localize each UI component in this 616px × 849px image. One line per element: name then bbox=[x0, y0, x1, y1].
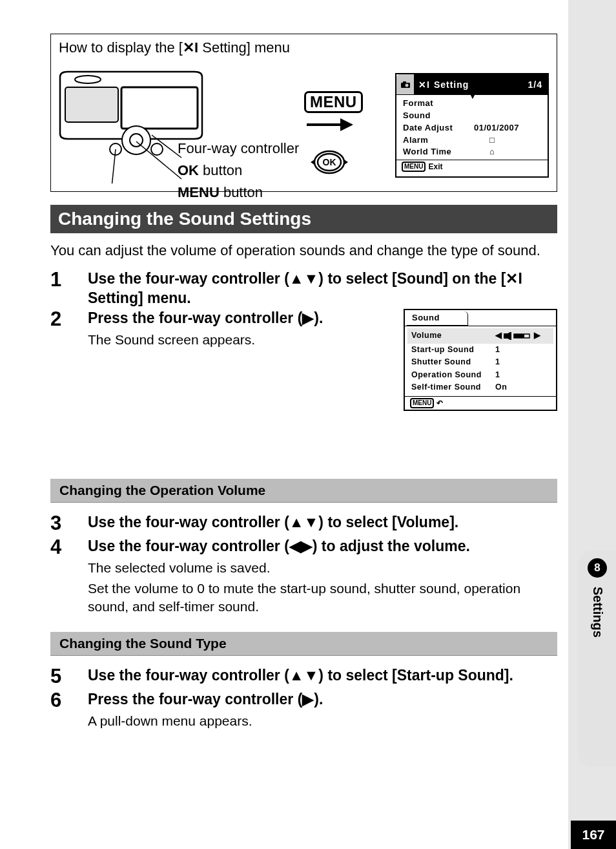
label-menu-b: button bbox=[220, 184, 263, 200]
side-label: Settings bbox=[590, 587, 605, 638]
down-triangle-icon: ▼ bbox=[469, 92, 477, 101]
label-fourway: Four-way controller bbox=[178, 140, 299, 157]
menu-badge-small: MENU bbox=[410, 398, 434, 408]
camera-tab-icon bbox=[396, 74, 415, 94]
svg-rect-19 bbox=[403, 81, 406, 83]
step-number: 4 bbox=[50, 537, 88, 557]
setting-tab: ✕I Setting 1/4 bbox=[415, 74, 548, 94]
exit-label: Exit bbox=[428, 162, 442, 171]
step-number: 3 bbox=[50, 513, 88, 533]
chapter-number: 8 bbox=[588, 558, 607, 578]
svg-rect-1 bbox=[65, 87, 118, 122]
step-title: Press the four-way controller (▶). bbox=[88, 690, 557, 709]
step-5: 5 Use the four-way controller (▲▼) to se… bbox=[50, 666, 557, 686]
setting-row: Alarm□ bbox=[403, 134, 541, 147]
sound-row-volume: Volume ◀ ▶ bbox=[407, 328, 553, 343]
arrow-icon bbox=[305, 116, 356, 134]
setting-tab-label: Setting bbox=[434, 79, 469, 90]
sound-tab: Sound bbox=[407, 311, 468, 326]
svg-rect-21 bbox=[504, 333, 508, 339]
back-icon: ↶ bbox=[436, 399, 443, 408]
setting-tool-icon: ✕I bbox=[506, 270, 522, 287]
intro-graphics: Four-way controller OK button MENU butto… bbox=[59, 59, 549, 185]
step-sub: Set the volume to 0 to mute the start-up… bbox=[88, 580, 557, 616]
step-6: 6 Press the four-way controller (▶). A p… bbox=[50, 690, 557, 730]
step-1: 1 Use the four-way controller (▲▼) to se… bbox=[50, 269, 557, 308]
label-ok-bold: OK bbox=[178, 162, 199, 178]
svg-text:OK: OK bbox=[323, 157, 336, 167]
page-number: 167 bbox=[571, 821, 616, 849]
intro-paragraph: You can adjust the volume of operation s… bbox=[50, 241, 557, 260]
step-title: Use the four-way controller (▲▼) to sele… bbox=[88, 513, 557, 532]
svg-rect-2 bbox=[121, 87, 198, 129]
setting-footer: MENU Exit bbox=[396, 160, 548, 173]
ok-button-icon: OK bbox=[309, 148, 349, 176]
label-menu: MENU button bbox=[178, 184, 263, 201]
step-4: 4 Use the four-way controller (◀▶) to ad… bbox=[50, 537, 557, 616]
step-sub: A pull-down menu appears. bbox=[88, 712, 557, 730]
sub-heading: Changing the Sound Type bbox=[50, 632, 557, 656]
sound-row: Start-up Sound1 bbox=[411, 344, 549, 356]
sound-row: Operation Sound1 bbox=[411, 369, 549, 381]
step-title: Use the four-way controller (◀▶) to adju… bbox=[88, 537, 557, 556]
setting-tool-icon-small: ✕I bbox=[418, 79, 430, 90]
sub-heading: Changing the Operation Volume bbox=[50, 479, 557, 503]
svg-rect-23 bbox=[514, 334, 524, 338]
svg-marker-16 bbox=[311, 160, 314, 165]
setting-row: Date Adjust01/01/2007 bbox=[403, 122, 541, 134]
sound-footer: MENU ↶ bbox=[405, 396, 556, 410]
sound-row: Self-timer SoundOn bbox=[411, 381, 549, 393]
svg-point-0 bbox=[75, 76, 101, 83]
intro-box: How to display the [✕I Setting] menu bbox=[50, 34, 557, 192]
svg-point-6 bbox=[151, 143, 163, 155]
step-number: 1 bbox=[50, 269, 88, 289]
step-number: 5 bbox=[50, 666, 88, 686]
side-tab: 8 Settings bbox=[579, 550, 616, 767]
step-title: Use the four-way controller (▲▼) to sele… bbox=[88, 269, 557, 308]
menu-page: 1/4 bbox=[528, 79, 542, 90]
svg-marker-17 bbox=[344, 160, 348, 165]
label-ok: OK button bbox=[178, 162, 242, 179]
volume-meter-icon: ◀ ▶ bbox=[495, 330, 541, 342]
step-sub: The selected volume is saved. bbox=[88, 559, 557, 577]
intro-title-b: Setting] menu bbox=[198, 39, 290, 56]
setting-row: World Time⌂ bbox=[403, 146, 541, 158]
step-3: 3 Use the four-way controller (▲▼) to se… bbox=[50, 513, 557, 533]
section-heading: Changing the Sound Settings bbox=[50, 205, 557, 233]
setting-body: Format Sound Date Adjust01/01/2007 Alarm… bbox=[396, 95, 548, 160]
svg-marker-12 bbox=[340, 118, 353, 131]
step-number: 6 bbox=[50, 690, 88, 710]
setting-tool-icon: ✕I bbox=[183, 39, 198, 56]
step-number: 2 bbox=[50, 309, 88, 329]
menu-badge-small: MENU bbox=[402, 162, 426, 172]
sound-menu-screen: Sound Volume ◀ ▶ Start-up Sound1 Shutter… bbox=[404, 309, 557, 411]
sound-row: Shutter Sound1 bbox=[411, 356, 549, 368]
label-ok-b: button bbox=[199, 162, 242, 178]
intro-title: How to display the [✕I Setting] menu bbox=[59, 39, 549, 56]
menu-badge: MENU bbox=[304, 91, 363, 113]
label-menu-bold: MENU bbox=[178, 184, 220, 200]
setting-menu-screen: ✕I Setting 1/4 ▼ Format Sound Date Adjus… bbox=[395, 73, 549, 178]
intro-title-a: How to display the [ bbox=[59, 39, 183, 56]
setting-row: Sound bbox=[403, 110, 541, 122]
step-title: Use the four-way controller (▲▼) to sele… bbox=[88, 666, 557, 686]
svg-point-20 bbox=[405, 83, 408, 87]
